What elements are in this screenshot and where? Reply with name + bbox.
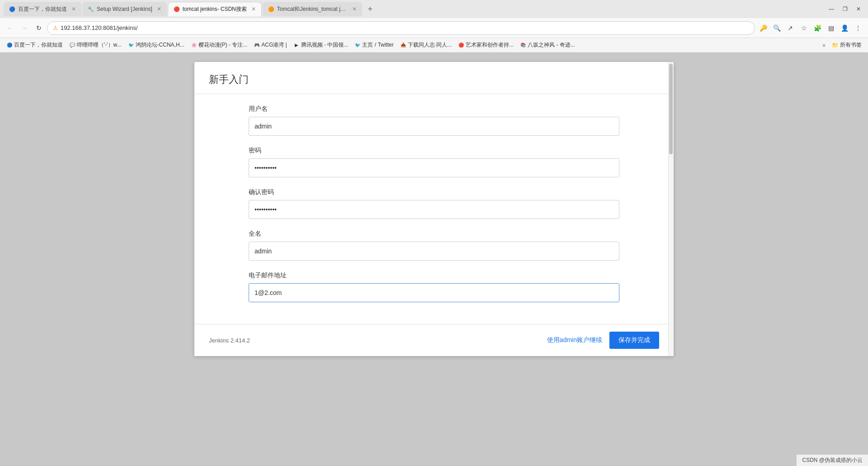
bookmark-item[interactable]: 📥 下载同人志·同人...	[397, 40, 454, 50]
minimize-button[interactable]: —	[826, 3, 837, 15]
label-password: 密码	[249, 147, 619, 155]
bookmark-favicon: 🐦	[354, 42, 361, 48]
reload-button[interactable]: ↻	[33, 22, 45, 34]
bookmark-item[interactable]: 🐦 鸿鹄论坛-CCNA,H...	[125, 40, 187, 50]
bookmark-label: 樱花动漫(P) - 专注...	[198, 41, 248, 49]
bookmark-label: 哔哩哔哩（'-'）w...	[77, 41, 122, 49]
content-area: 新手入门 用户名密码确认密码全名电子邮件地址 Jenkins 2.414.2 使…	[0, 53, 868, 466]
scrollbar-thumb[interactable]	[669, 64, 673, 154]
input-username[interactable]	[249, 117, 619, 136]
bookmark-label: 腾讯视频 - 中国领...	[301, 41, 349, 49]
input-fullname[interactable]	[249, 242, 619, 261]
form-group-confirm-password: 确认密码	[249, 188, 619, 219]
tab-tab-jenkins-setup[interactable]: 🔧 Setup Wizard [Jenkins] ✕	[82, 2, 167, 16]
tab-close-button[interactable]: ✕	[157, 6, 161, 12]
bookmark-favicon: 📥	[400, 42, 406, 48]
tab-favicon: 🔧	[88, 6, 94, 12]
scrollbar[interactable]	[668, 62, 674, 356]
tab-favicon: 🔵	[9, 6, 15, 12]
bookmark-item[interactable]: 💬 哔哩哔哩（'-'）w...	[66, 40, 124, 50]
input-email[interactable]	[249, 283, 619, 302]
bookmark-label: 鸿鹄论坛-CCNA,H...	[136, 41, 184, 49]
form-group-fullname: 全名	[249, 230, 619, 261]
bookmark-favicon: 🔵	[6, 42, 13, 48]
bookmark-button[interactable]: ☆	[797, 22, 810, 34]
tab-tab-baidu[interactable]: 🔵 百度一下，你就知道 ✕	[4, 2, 81, 16]
window-controls: — ❐ ✕	[826, 3, 864, 15]
footer-actions: 使用admin账户继续 保存并完成	[547, 332, 659, 349]
tab-close-button[interactable]: ✕	[251, 6, 256, 12]
nav-right-icons: 🔑 🔍 ↗ ☆ 🧩 ▤ 👤 ⋮	[757, 22, 864, 34]
bookmark-item[interactable]: 🔴 艺术家和创作者持...	[455, 40, 516, 50]
address-bar[interactable]: ⚠ 192.168.37.120:8081/jenkins/	[47, 21, 755, 35]
zoom-button[interactable]: 🔍	[770, 22, 783, 34]
bookmark-favicon: 💬	[69, 42, 75, 48]
tab-tab-tomcat-jenkins[interactable]: 🟠 Tomcat和Jenkins_tomcat jenk... ✕	[263, 2, 362, 16]
maximize-button[interactable]: ❐	[839, 3, 851, 15]
close-button[interactable]: ✕	[853, 3, 864, 15]
wizard-card: 新手入门 用户名密码确认密码全名电子邮件地址 Jenkins 2.414.2 使…	[194, 62, 674, 356]
bookmark-label: 百度一下，你就知道	[14, 41, 63, 49]
password-manager-icon[interactable]: 🔑	[757, 22, 769, 34]
label-username: 用户名	[249, 105, 619, 113]
back-button[interactable]: ←	[4, 22, 16, 34]
wizard-body: 用户名密码确认密码全名电子邮件地址	[194, 94, 674, 324]
form-group-password: 密码	[249, 147, 619, 177]
wizard-footer: Jenkins 2.414.2 使用admin账户继续 保存并完成	[194, 324, 674, 356]
input-confirm-password[interactable]	[249, 200, 619, 219]
label-email: 电子邮件地址	[249, 271, 619, 280]
title-bar: 🔵 百度一下，你就知道 ✕ 🔧 Setup Wizard [Jenkins] ✕…	[0, 0, 868, 18]
wizard-title: 新手入门	[209, 73, 659, 86]
new-tab-button[interactable]: +	[364, 3, 377, 15]
bookmark-item[interactable]: 🌸 樱花动漫(P) - 专注...	[188, 40, 250, 50]
bookmark-favicon: 🐦	[128, 42, 134, 48]
extensions-button[interactable]: 🧩	[811, 22, 824, 34]
tab-label: Tomcat和Jenkins_tomcat jenk...	[277, 5, 348, 13]
tab-close-button[interactable]: ✕	[71, 6, 76, 12]
label-fullname: 全名	[249, 230, 619, 238]
status-bar: CSDN @伪装成搭的小云	[797, 455, 868, 466]
bookmarks-bar: 🔵 百度一下，你就知道 💬 哔哩哔哩（'-'）w... 🐦 鸿鹄论坛-CCNA,…	[0, 38, 868, 52]
bookmark-folder-icon: 📁	[832, 42, 839, 48]
tab-favicon: 🟠	[268, 6, 274, 12]
form-group-email: 电子邮件地址	[249, 271, 619, 302]
bookmarks-more[interactable]: »	[821, 41, 827, 49]
continue-as-admin-link[interactable]: 使用admin账户继续	[547, 336, 602, 344]
bookmark-favicon: ▶	[293, 42, 300, 48]
bookmark-item[interactable]: 🎮 ACG港湾 |	[251, 40, 289, 50]
form-group-username: 用户名	[249, 105, 619, 136]
share-button[interactable]: ↗	[784, 22, 797, 34]
bookmark-label: 主页 / Twitter	[362, 41, 393, 49]
input-password[interactable]	[249, 158, 619, 177]
wizard-header: 新手入门	[194, 62, 674, 94]
tab-close-button[interactable]: ✕	[352, 6, 357, 12]
bookmark-label: ACG港湾 |	[261, 41, 287, 49]
bookmark-item[interactable]: ▶ 腾讯视频 - 中国领...	[291, 40, 351, 50]
tab-label: 百度一下，你就知道	[18, 5, 67, 13]
jenkins-version: Jenkins 2.414.2	[209, 337, 250, 344]
bookmark-label: 下载同人志·同人...	[408, 41, 452, 49]
browser-chrome: 🔵 百度一下，你就知道 ✕ 🔧 Setup Wizard [Jenkins] ✕…	[0, 0, 868, 53]
security-icon: ⚠	[53, 25, 58, 31]
bookmark-label: 八坂之神风 - 奇迹...	[528, 41, 575, 49]
bookmark-label: 艺术家和创作者持...	[466, 41, 514, 49]
profile-button[interactable]: 👤	[838, 22, 851, 34]
menu-button[interactable]: ⋮	[852, 22, 864, 34]
forward-button[interactable]: →	[18, 22, 31, 34]
bookmark-item[interactable]: 🔵 百度一下，你就知道	[4, 40, 66, 50]
bookmark-item[interactable]: 🐦 主页 / Twitter	[352, 40, 396, 50]
bookmark-item[interactable]: 📚 八坂之神风 - 奇迹...	[517, 40, 578, 50]
save-and-finish-button[interactable]: 保存并完成	[609, 332, 659, 349]
bookmark-favicon: 🌸	[191, 42, 197, 48]
all-bookmarks[interactable]: 📁 所有书签	[829, 40, 864, 50]
bookmark-favicon: 🎮	[254, 42, 260, 48]
sidebar-button[interactable]: ▤	[825, 22, 837, 34]
url-text: 192.168.37.120:8081/jenkins/	[61, 24, 138, 31]
tab-label: Setup Wizard [Jenkins]	[97, 6, 152, 12]
tab-tab-csdn[interactable]: 🔴 tomcat jenkins- CSDN搜索 ✕	[168, 2, 262, 16]
bookmark-favicon: 🔴	[458, 42, 464, 48]
tab-favicon: 🔴	[174, 6, 180, 12]
bookmark-favicon: 📚	[520, 42, 526, 48]
tab-label: tomcat jenkins- CSDN搜索	[183, 5, 247, 13]
nav-bar: ← → ↻ ⚠ 192.168.37.120:8081/jenkins/ 🔑 🔍…	[0, 18, 868, 38]
